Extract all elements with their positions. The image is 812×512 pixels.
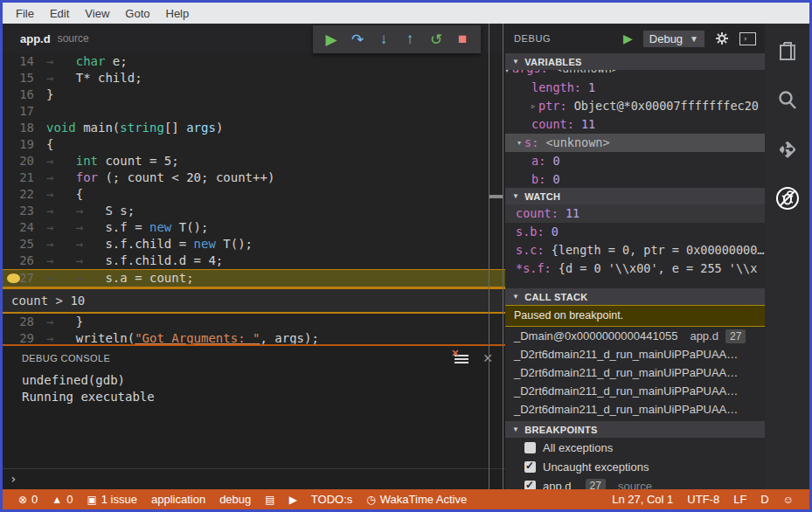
status-smiley[interactable]: ☺ — [776, 494, 801, 506]
line-number-gutter[interactable]: 23 — [3, 203, 46, 219]
start-debug-icon[interactable]: ▶ — [623, 31, 633, 45]
line-number-gutter[interactable]: 17 — [3, 103, 46, 120]
status-item[interactable]: application — [144, 493, 212, 506]
clear-console-icon[interactable] — [455, 353, 468, 364]
restart-button[interactable]: ↺ — [423, 28, 449, 51]
line-number-gutter[interactable]: 27 — [3, 270, 46, 287]
code-line-text[interactable]: } — [46, 86, 505, 103]
code-line-text[interactable]: → int count = 5; — [46, 153, 505, 170]
variable-row[interactable]: ▾s: <unknown> — [505, 134, 765, 152]
menu-item-view[interactable]: View — [77, 5, 117, 22]
step-into-button[interactable]: ↓ — [371, 28, 397, 51]
line-number-gutter[interactable]: 15 — [3, 70, 46, 86]
gear-icon[interactable] — [715, 31, 729, 45]
tab-filename[interactable]: app.d — [20, 32, 51, 45]
line-number-gutter[interactable]: 18 — [3, 120, 46, 136]
code-line[interactable]: 21→ for (; count < 20; count++) — [3, 170, 505, 186]
files-icon[interactable] — [774, 38, 802, 66]
line-number-gutter[interactable]: 21 — [3, 170, 46, 186]
search-icon[interactable] — [774, 86, 802, 114]
scrollbar-thumb[interactable] — [489, 195, 503, 198]
step-over-button[interactable]: ↷ — [344, 28, 371, 51]
stack-frame[interactable]: _D2rt6dmain211_d_run_mainUiPPaPUAA… — [505, 400, 765, 419]
code-line[interactable]: 29→ writeln("Got Arguments: ", args); — [3, 330, 505, 344]
code-line[interactable]: 17 — [3, 103, 505, 120]
code-line-text[interactable]: → writeln("Got Arguments: ", args); — [46, 330, 505, 344]
code-line-text[interactable]: → } — [46, 314, 505, 330]
menu-item-goto[interactable]: Goto — [117, 5, 157, 22]
line-number-gutter[interactable]: 14 — [3, 53, 46, 70]
status-clock[interactable]: ◷WakaTime Active — [359, 493, 474, 506]
watch-row[interactable]: *s.f: {d = 0 '\\x00', e = 255 '\\x — [505, 259, 765, 278]
line-number-gutter[interactable]: 25 — [3, 236, 46, 253]
code-line[interactable]: 20→ int count = 5; — [3, 153, 505, 170]
breakpoint-row[interactable]: Uncaught exceptions — [505, 457, 765, 476]
line-number-gutter[interactable]: 19 — [3, 136, 46, 153]
status-issue-box[interactable]: ▣1 issue — [80, 493, 144, 506]
code-line[interactable]: 25→ → s.f.child = new T(); — [3, 236, 505, 253]
step-out-button[interactable]: ↑ — [397, 28, 423, 51]
code-line[interactable]: 18void main(string[] args) — [3, 120, 505, 136]
section-breakpoints[interactable]: ▼ BREAKPOINTS — [505, 421, 765, 438]
code-line-text[interactable] — [46, 103, 505, 120]
code-line-text[interactable]: → char e; — [46, 53, 505, 70]
code-line[interactable]: 22→ { — [3, 186, 505, 203]
menu-item-file[interactable]: File — [8, 5, 42, 22]
breakpoint-row[interactable]: All exceptions — [505, 438, 765, 457]
code-line-text[interactable]: → for (; count < 20; count++) — [46, 170, 505, 186]
menu-item-help[interactable]: Help — [158, 5, 198, 22]
breakpoint-checkbox[interactable] — [524, 442, 536, 453]
code-line-text[interactable]: → → s.f = new T(); — [46, 219, 505, 236]
code-line[interactable]: 14→ char e; — [3, 53, 505, 70]
section-watch[interactable]: ▼ WATCH — [505, 188, 765, 204]
git-icon[interactable] — [774, 135, 802, 163]
variable-row[interactable]: b: 0 — [505, 170, 765, 188]
code-line-text[interactable]: → → s.a = count; — [46, 270, 505, 287]
line-number-gutter[interactable]: 24 — [3, 219, 46, 236]
stack-frame[interactable]: _Dmain@0x0000000000441055app.d27 — [505, 327, 765, 345]
debug-config-select[interactable]: Debug ▼ — [643, 31, 704, 47]
breakpoint-condition-widget[interactable]: count > 10 — [3, 287, 505, 314]
code-line-text[interactable]: → { — [46, 186, 505, 203]
status-warning-triangle[interactable]: ▲0 — [45, 493, 80, 506]
console-input[interactable]: › — [3, 468, 505, 489]
line-number-gutter[interactable]: 20 — [3, 153, 46, 170]
code-line[interactable]: 23→ → S s; — [3, 203, 505, 219]
status-item[interactable]: D — [753, 493, 775, 506]
line-number-gutter[interactable]: 16 — [3, 86, 46, 103]
line-number-gutter[interactable]: 28 — [3, 314, 46, 330]
breakpoint-icon[interactable] — [7, 273, 20, 283]
status-file[interactable]: ▤ — [258, 493, 281, 506]
code-line-text[interactable]: → → s.f.child.d = 4; — [46, 253, 505, 269]
code-line-text[interactable]: → → S s; — [46, 203, 505, 219]
stack-frame[interactable]: _D2rt6dmain211_d_run_mainUiPPaPUAA… — [505, 382, 765, 400]
section-variables[interactable]: ▼ VARIABLES — [505, 53, 765, 70]
code-line-text[interactable]: → T* child; — [46, 70, 505, 86]
line-number-gutter[interactable]: 26 — [3, 253, 46, 269]
breakpoint-checkbox[interactable] — [524, 461, 536, 473]
code-line[interactable]: 28→ } — [3, 314, 505, 330]
debug-icon[interactable] — [774, 184, 802, 212]
code-line-text[interactable]: { — [46, 136, 505, 153]
variable-row[interactable]: length: 1 — [505, 79, 765, 97]
variable-row[interactable]: a: 0 — [505, 152, 765, 170]
watch-row[interactable]: s.c: {length = 0, ptr = 0x00000000… — [505, 241, 765, 259]
watch-row[interactable]: s.b: 0 — [505, 223, 765, 241]
line-number-gutter[interactable]: 29 — [3, 330, 46, 344]
status-error-circle[interactable]: ⊗0 — [11, 493, 45, 506]
code-editor[interactable]: 14→ char e;15→ T* child;16}1718void main… — [3, 53, 505, 344]
variable-row-partial[interactable]: ▾args: <unknown> — [505, 70, 765, 79]
code-line[interactable]: 19{ — [3, 136, 505, 153]
open-console-icon[interactable]: › — [739, 32, 756, 45]
twistie-icon[interactable]: ▹ — [531, 97, 535, 115]
stop-button[interactable]: ■ — [449, 28, 475, 51]
continue-button[interactable]: ▶ — [318, 28, 344, 51]
line-number-gutter[interactable]: 22 — [3, 186, 46, 203]
status-item[interactable]: LF — [726, 493, 753, 506]
status-item[interactable]: debug — [212, 493, 258, 506]
menu-item-edit[interactable]: Edit — [42, 5, 77, 22]
code-line-text[interactable]: void main(string[] args) — [46, 120, 505, 136]
watch-row[interactable]: count: 11 — [505, 204, 765, 223]
twistie-icon[interactable]: ▾ — [517, 134, 521, 152]
breakpoint-checkbox[interactable] — [524, 481, 536, 490]
